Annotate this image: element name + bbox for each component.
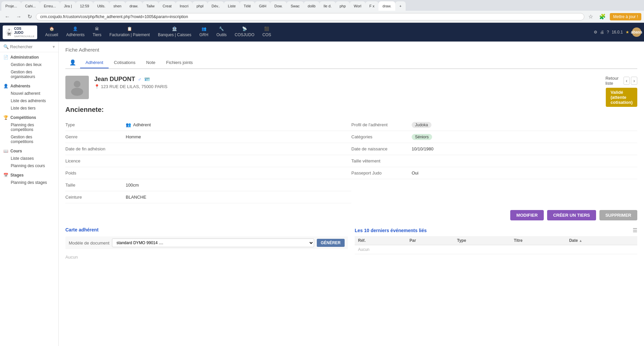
tab-ile[interactable]: Ile d. [319, 1, 336, 11]
adherent-type-icon: 👥 [126, 122, 131, 127]
tab-shen[interactable]: shen [109, 1, 125, 11]
stages-icon: 📅 [3, 173, 8, 178]
cours-icon: 📖 [3, 149, 8, 153]
logo-icon: 🥋 [5, 28, 13, 36]
tab-new[interactable]: + [395, 1, 405, 11]
field-poids: Poids [65, 167, 351, 179]
sidebar-item-planning-stages[interactable]: Planning des stages [3, 179, 55, 186]
prev-arrow[interactable]: ‹ [624, 77, 630, 85]
tab-tailw[interactable]: Tailw [142, 1, 159, 11]
tab-phpl[interactable]: phpl [192, 1, 208, 11]
retour-liste-link[interactable]: Retour liste ‹ › [605, 76, 637, 86]
nav-adherents[interactable]: 👤 Adhérents [62, 23, 89, 42]
sidebar-item-planning-cours[interactable]: Planning des cours [3, 162, 55, 169]
tab-inscri[interactable]: Inscri [176, 1, 192, 11]
supprimer-button[interactable]: SUPPRIMER [599, 210, 637, 220]
field-ceinture: Ceinture BLANCHE [65, 191, 351, 203]
next-arrow[interactable]: › [631, 77, 637, 85]
tab-proje[interactable]: Proje... [1, 1, 21, 11]
tab-cotisations[interactable]: Cotisations [109, 57, 141, 68]
grh-icon: 👥 [201, 26, 207, 31]
tab-dolib[interactable]: dolib [304, 1, 319, 11]
doc-select[interactable]: standard DYMO 99014 .... [112, 238, 314, 247]
col-ref: Réf. [355, 236, 406, 245]
tab-swac[interactable]: Swac [287, 1, 304, 11]
browser-tabs: Proje... Cahi... Erreu... Jira | 12:59 U… [0, 0, 644, 11]
update-button[interactable]: Mettre à jour ! [610, 13, 641, 20]
sidebar-item-planning-competitions[interactable]: Planning des competitions [3, 121, 55, 133]
tab-liste[interactable]: Liste [224, 1, 240, 11]
nav-tiers[interactable]: 🏛 Tiers [89, 23, 105, 42]
info-col-left: Type 👥 Adhérent Genre Homme Date de fin … [65, 119, 351, 203]
status-badge[interactable]: Validé (attente cotisation) [606, 88, 637, 107]
tab-dow[interactable]: Dow. [270, 1, 286, 11]
help-icon[interactable]: ? [607, 30, 609, 34]
nav-grh[interactable]: 👥 GRH [195, 23, 213, 42]
back-button[interactable]: ← [3, 13, 12, 20]
person-silhouette [69, 79, 85, 96]
tab-github[interactable]: GitH [255, 1, 270, 11]
settings-icon[interactable]: ⚙ [594, 30, 597, 34]
tab-worl[interactable]: Worl [350, 1, 365, 11]
tab-cahi[interactable]: Cahi... [21, 1, 40, 11]
tab-time[interactable]: 12:59 [76, 1, 93, 11]
cos-icon: ⬛ [264, 26, 269, 31]
tab-jira[interactable]: Jira | [60, 1, 76, 11]
field-taille-vetement: Taille vêtement [351, 155, 637, 167]
tab-fichiers[interactable]: Fichiers joints [161, 57, 198, 68]
nav-cosjudo[interactable]: 📡 COSJUDO [231, 23, 258, 42]
field-type: Type 👥 Adhérent [65, 119, 351, 131]
generate-button[interactable]: GÉNÉRER [317, 239, 345, 247]
tab-erreu[interactable]: Erreu... [40, 1, 60, 11]
avatar[interactable]: abass [632, 27, 641, 37]
search-input[interactable] [10, 44, 51, 49]
sidebar-item-liste-classes[interactable]: Liste classes [3, 155, 55, 162]
tab-draw2[interactable]: draw. [378, 1, 395, 11]
person-info: Jean DUPONT ♂ 🪪 📍 123 RUE DE LILAS, 7500… [94, 76, 167, 89]
sidebar-item-liste-tiers[interactable]: Liste des tiers [3, 105, 55, 112]
doc-label: Modèle de document [69, 240, 109, 246]
nav-banques[interactable]: 🏦 Banques | Caisses [154, 23, 195, 42]
tab-note[interactable]: Note [141, 57, 161, 68]
modifier-button[interactable]: MODIFIER [510, 210, 544, 220]
tab-draw1[interactable]: draw. [125, 1, 142, 11]
bookmark-button[interactable]: ☆ [586, 13, 595, 20]
nav-facturation[interactable]: 📋 Facturation | Paiement [105, 23, 154, 42]
tab-adherent[interactable]: Adhérent [80, 57, 109, 68]
sidebar-item-organisateurs[interactable]: Gestion des organisateurs [3, 68, 55, 80]
logo[interactable]: 🥋 COS JUDO SARTROUVILLE [3, 25, 37, 39]
nav-cos[interactable]: ⬛ COS [258, 23, 275, 42]
admin-icon: 📄 [3, 55, 8, 60]
nav-accueil[interactable]: 🏠 Accueil [41, 23, 62, 42]
forward-button[interactable]: → [14, 13, 23, 20]
col-date[interactable]: Date ▲ [566, 236, 637, 245]
creer-tiers-button[interactable]: CRÉER UN TIERS [547, 210, 596, 220]
sidebar-item-lieux[interactable]: Gestion des lieux [3, 61, 55, 68]
sidebar-item-liste-adherents[interactable]: Liste des adhérents [3, 97, 55, 105]
sidebar-section-stages: 📅 Stages Planning des stages [0, 170, 58, 187]
reload-button[interactable]: ↻ [25, 13, 34, 20]
info-col-right: Profil de l'adhérent Judoka Catégories S… [351, 119, 637, 203]
tab-utils[interactable]: Utils. [93, 1, 109, 11]
cosjudo-icon: 📡 [242, 26, 247, 31]
sidebar: 🔍 ▾ 📄 Administration Gestion des lieux G… [0, 42, 59, 346]
url-bar[interactable] [36, 13, 584, 20]
tab-php[interactable]: php [336, 1, 350, 11]
extensions-button[interactable]: 🧩 [597, 13, 608, 20]
events-section: Les 10 derniers événements liés ☰ Réf. P… [355, 227, 637, 262]
star-icon[interactable]: ★ [626, 30, 629, 34]
field-date-fin: Date de fin adhésion [65, 143, 351, 155]
sidebar-item-nouvel-adherent[interactable]: Nouvel adherent [3, 90, 55, 97]
bottom-grid: Carte adhérent Modèle de document standa… [65, 227, 637, 262]
events-menu-icon[interactable]: ☰ [633, 227, 637, 233]
tab-dev[interactable]: Dév.. [208, 1, 224, 11]
print-icon[interactable]: 🖨 [600, 30, 604, 34]
tab-creat[interactable]: Creat [159, 1, 176, 11]
search-dropdown-icon[interactable]: ▾ [53, 44, 55, 49]
tab-tele[interactable]: Télé [240, 1, 255, 11]
sidebar-item-gestion-competitions[interactable]: Gestion des competitions [3, 133, 55, 145]
tab-fx[interactable]: F x [365, 1, 378, 11]
card-icon[interactable]: 🪪 [144, 77, 150, 82]
nav-outils[interactable]: 🔧 Outils [212, 23, 231, 42]
tab-person-icon: 👤 [65, 57, 80, 68]
